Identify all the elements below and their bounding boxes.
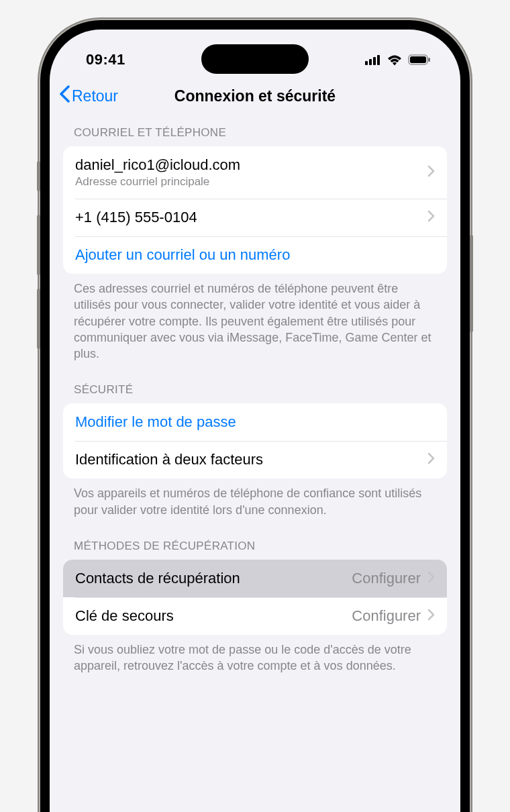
- phone-volume-up-button: [37, 215, 40, 275]
- page-title: Connexion et sécurité: [174, 87, 336, 105]
- recovery-key-status: Configurer: [352, 607, 421, 625]
- status-time: 09:41: [86, 51, 125, 68]
- phone-side-button: [37, 161, 40, 191]
- email-value: daniel_rico1@icloud.com: [75, 156, 427, 174]
- row-change-password[interactable]: Modifier le mot de passe: [63, 403, 447, 441]
- svg-rect-6: [428, 58, 430, 62]
- row-two-factor[interactable]: Identification à deux facteurs: [63, 441, 447, 478]
- content-area: COURRIEL ET TÉLÉPHONE daniel_rico1@iclou…: [50, 115, 460, 704]
- row-recovery-key[interactable]: Clé de secours Configurer: [63, 597, 447, 635]
- chevron-right-icon: [427, 452, 435, 467]
- cellular-icon: [365, 54, 381, 65]
- group-email-phone: daniel_rico1@icloud.com Adresse courriel…: [63, 146, 447, 274]
- wifi-icon: [387, 54, 403, 66]
- chevron-left-icon: [59, 85, 70, 107]
- group-security: Modifier le mot de passe Identification …: [63, 403, 447, 478]
- footer-security: Vos appareils et numéros de téléphone de…: [50, 478, 460, 521]
- section-header-recovery: MÉTHODES DE RÉCUPÉRATION: [50, 521, 460, 560]
- row-phone[interactable]: +1 (415) 555-0104: [63, 199, 447, 236]
- phone-value: +1 (415) 555-0104: [75, 209, 427, 226]
- row-add-email-phone[interactable]: Ajouter un courriel ou un numéro: [63, 236, 447, 274]
- email-subtitle: Adresse courriel principale: [75, 175, 427, 189]
- row-recovery-contacts[interactable]: Contacts de récupération Configurer: [63, 560, 447, 597]
- dynamic-island: [201, 44, 309, 74]
- battery-icon: [408, 54, 431, 65]
- group-recovery: Contacts de récupération Configurer Clé …: [63, 560, 447, 635]
- footer-recovery: Si vous oubliez votre mot de passe ou le…: [50, 635, 460, 677]
- svg-rect-2: [373, 57, 376, 65]
- chevron-right-icon: [427, 571, 435, 586]
- phone-volume-down-button: [37, 289, 40, 349]
- chevron-right-icon: [427, 165, 435, 180]
- row-email[interactable]: daniel_rico1@icloud.com Adresse courriel…: [63, 146, 447, 199]
- svg-rect-1: [369, 59, 372, 65]
- chevron-right-icon: [427, 609, 435, 623]
- phone-frame: 09:41 Retour Connexion et sécur: [40, 20, 470, 812]
- back-label: Retour: [72, 87, 118, 105]
- phone-screen: 09:41 Retour Connexion et sécur: [50, 30, 460, 812]
- phone-power-button: [470, 235, 473, 332]
- footer-email-phone: Ces adresses courriel et numéros de télé…: [50, 274, 460, 364]
- change-password-label: Modifier le mot de passe: [75, 413, 435, 431]
- back-button[interactable]: Retour: [59, 85, 118, 107]
- two-factor-label: Identification à deux facteurs: [75, 451, 427, 468]
- nav-bar: Retour Connexion et sécurité: [50, 77, 460, 115]
- svg-rect-5: [410, 56, 426, 63]
- recovery-contacts-status: Configurer: [352, 570, 421, 587]
- add-email-phone-label: Ajouter un courriel ou un numéro: [75, 246, 435, 264]
- recovery-key-label: Clé de secours: [75, 607, 352, 625]
- svg-rect-3: [377, 55, 380, 65]
- svg-rect-0: [365, 61, 368, 65]
- section-header-email-phone: COURRIEL ET TÉLÉPHONE: [50, 115, 460, 146]
- section-header-security: SÉCURITÉ: [50, 364, 460, 403]
- chevron-right-icon: [427, 210, 435, 225]
- recovery-contacts-label: Contacts de récupération: [75, 570, 352, 587]
